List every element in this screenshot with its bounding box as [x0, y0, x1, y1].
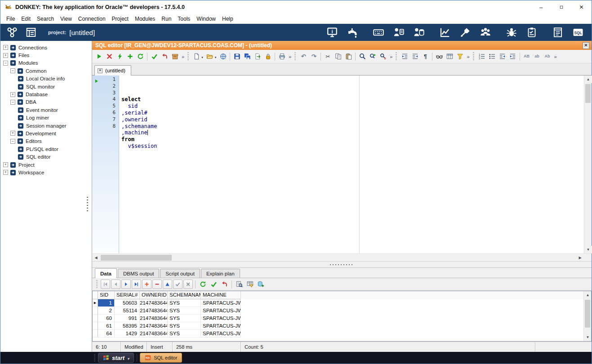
- outdent-button[interactable]: [410, 52, 420, 62]
- outdent-button[interactable]: [498, 52, 507, 62]
- scrollbar-thumb[interactable]: [101, 255, 172, 261]
- keyboard-button[interactable]: [371, 25, 386, 40]
- edit-button[interactable]: [163, 280, 172, 289]
- case-title-button[interactable]: Ab: [543, 52, 552, 62]
- indent-button[interactable]: [400, 52, 410, 62]
- first-button[interactable]: [101, 280, 110, 289]
- editor-horizontal-scrollbar[interactable]: ◀ ▶: [92, 253, 592, 261]
- results-tab-explain-plan[interactable]: Explain plan: [201, 269, 240, 278]
- toolbar-grip[interactable]: [187, 52, 189, 61]
- grid-row[interactable]: 61583952147483644SYSSPARTACUS-JWO: [93, 322, 583, 330]
- delete-button[interactable]: [152, 280, 162, 289]
- tree-item-dba[interactable]: −DBA: [0, 98, 92, 106]
- grid-cell[interactable]: SYS: [168, 307, 201, 315]
- start-button[interactable]: start ▾: [98, 353, 134, 363]
- tree-expander-icon[interactable]: +: [3, 45, 8, 50]
- grid-cell[interactable]: 61: [98, 322, 115, 330]
- tree-item-modules[interactable]: −Modules: [0, 59, 92, 67]
- web-button[interactable]: [218, 52, 228, 62]
- toolbar-overflow-icon[interactable]: »: [287, 54, 293, 59]
- results-tab-dbms-output[interactable]: DBMS output: [118, 269, 159, 278]
- find-button[interactable]: [357, 52, 367, 62]
- save-button[interactable]: [232, 52, 242, 62]
- results-tab-script-output[interactable]: Script output: [160, 269, 200, 278]
- case-lower-button[interactable]: ab: [532, 52, 542, 62]
- tree-item-connections[interactable]: +Connections: [0, 44, 92, 51]
- save-all-button[interactable]: [242, 52, 252, 62]
- tree-item-editors[interactable]: −Editors: [0, 138, 92, 145]
- grid-cell[interactable]: SPARTACUS-JWO: [201, 322, 241, 330]
- cancel-button[interactable]: [183, 280, 193, 289]
- grid-header-machine[interactable]: MACHINE: [201, 291, 241, 299]
- toolbar-grip[interactable]: [473, 52, 474, 61]
- close-button[interactable]: ✕: [571, 0, 592, 14]
- scrollbar-thumb[interactable]: [585, 300, 590, 328]
- grid-row[interactable]: 609912147483644SYSSPARTACUS-JWO: [93, 315, 583, 322]
- grid-cell[interactable]: 991: [115, 315, 140, 322]
- next-button[interactable]: [121, 280, 131, 289]
- grid-cell[interactable]: 1429: [115, 330, 140, 337]
- toolbar-overflow-icon[interactable]: »: [388, 54, 394, 59]
- results-tab-data[interactable]: Data: [95, 268, 117, 278]
- toolbar-grip[interactable]: [96, 280, 98, 289]
- tree-item-session-manager[interactable]: Session manager: [0, 122, 92, 129]
- indent-button[interactable]: [508, 52, 518, 62]
- grid-cell[interactable]: 55114: [115, 307, 140, 315]
- taskbar-task-sql-editor[interactable]: SQLSQL editor: [140, 353, 182, 363]
- scrollbar-track[interactable]: [584, 299, 591, 333]
- editor-title-bar[interactable]: SQL editor [IR_GEN@JWDEV12-SPARTACUS.COA…: [92, 41, 592, 50]
- commit-button[interactable]: [209, 280, 218, 289]
- bullist-button[interactable]: [487, 52, 497, 62]
- scroll-right-button[interactable]: ▶: [576, 254, 584, 262]
- print-button[interactable]: [277, 52, 287, 62]
- rollback-button[interactable]: [219, 280, 229, 289]
- tree-item-project[interactable]: +Project: [0, 161, 92, 169]
- menu-run[interactable]: Run: [158, 15, 174, 23]
- task-list-button[interactable]: [525, 25, 539, 40]
- find-next-button[interactable]: [368, 52, 378, 62]
- menu-window[interactable]: Window: [193, 15, 219, 23]
- scrollbar-thumb[interactable]: [585, 84, 591, 103]
- scrollbar-track[interactable]: [100, 254, 576, 261]
- post-button[interactable]: [173, 280, 182, 289]
- toolbar-grip[interactable]: [396, 52, 397, 61]
- export-grid-button[interactable]: [256, 280, 266, 289]
- grid-cell[interactable]: 2147483644: [140, 307, 168, 315]
- columns-button[interactable]: [445, 52, 454, 62]
- grid-cell[interactable]: SYS: [168, 299, 201, 307]
- menu-connection[interactable]: Connection: [75, 15, 109, 23]
- module-list-button[interactable]: [24, 25, 38, 40]
- grid-cell[interactable]: 2147483644: [140, 299, 168, 307]
- copy-button[interactable]: [333, 52, 343, 62]
- toolbar-overflow-icon[interactable]: »: [180, 54, 186, 59]
- user-sessions-button[interactable]: [478, 25, 493, 40]
- tree-expander-icon[interactable]: −: [10, 68, 15, 73]
- toolbar-grip[interactable]: [294, 52, 296, 61]
- sidebar-splitter-handle[interactable]: [87, 197, 88, 211]
- editor-form-button[interactable]: [551, 25, 565, 40]
- tree-item-sql-monitor[interactable]: SQL monitor: [0, 83, 92, 90]
- menu-modules[interactable]: Modules: [132, 15, 158, 23]
- scroll-up-button[interactable]: ▲: [584, 75, 592, 83]
- run-button[interactable]: [94, 52, 104, 62]
- lock-button[interactable]: [263, 52, 273, 62]
- case-upper-button[interactable]: AB: [522, 52, 532, 62]
- connections-graph-button[interactable]: [5, 25, 19, 40]
- menu-edit[interactable]: Edit: [18, 15, 34, 23]
- grid-cell[interactable]: 64: [98, 330, 115, 337]
- grid-cell[interactable]: SPARTACUS-JWO: [201, 299, 241, 307]
- event-monitor-button[interactable]: [392, 25, 406, 40]
- new-button[interactable]: [191, 52, 201, 62]
- fetch-button[interactable]: [115, 52, 125, 62]
- filter-button[interactable]: [455, 52, 465, 62]
- grid-header-sid[interactable]: SID: [98, 291, 115, 299]
- editor-tab-untitled[interactable]: ✕ (untitled): [94, 65, 131, 75]
- package-button[interactable]: [170, 52, 180, 62]
- grid-row[interactable]: 6414292147483644SYSSPARTACUS-JWO: [93, 330, 583, 337]
- menu-help[interactable]: Help: [219, 15, 236, 23]
- editor-vertical-scrollbar[interactable]: ▲ ▼: [584, 75, 592, 253]
- debugger-button[interactable]: [504, 25, 519, 40]
- filter-grid-button[interactable]: [245, 280, 255, 289]
- session-manager-button[interactable]: [412, 25, 426, 40]
- find-record-button[interactable]: [234, 280, 244, 289]
